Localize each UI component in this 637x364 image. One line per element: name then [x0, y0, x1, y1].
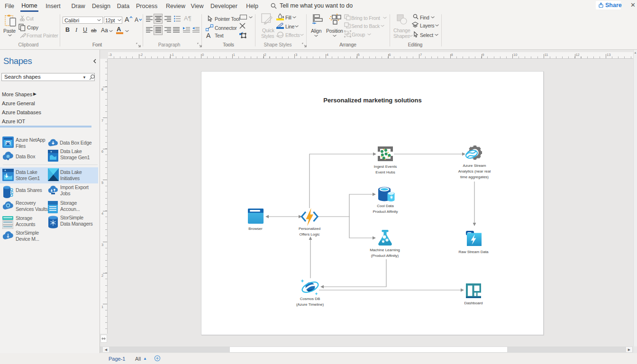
svg-text:Personalized: Personalized [299, 227, 320, 231]
svg-text:Product Affinity: Product Affinity [373, 209, 398, 214]
svg-text:Personalized marketing solutio: Personalized marketing solutions [323, 97, 421, 104]
svg-text:Offers Logic: Offers Logic [300, 232, 320, 237]
svg-text:Cosmos DB: Cosmos DB [300, 297, 320, 301]
svg-text:Dashboard: Dashboard [464, 301, 482, 305]
svg-text:Ingest Events: Ingest Events [374, 164, 397, 169]
svg-text:(Azure Timeline): (Azure Timeline) [296, 302, 324, 307]
svg-text:time aggregates): time aggregates) [460, 175, 489, 179]
svg-text:Azure Stream: Azure Stream [463, 164, 486, 168]
svg-text:(Product Affinity): (Product Affinity) [371, 254, 399, 258]
svg-text:Browser: Browser [248, 227, 263, 231]
svg-text:Analytics (near real: Analytics (near real [458, 169, 491, 173]
svg-text:Event Hubs: Event Hubs [375, 170, 395, 174]
svg-text:Cool Data: Cool Data [377, 204, 394, 208]
svg-text:Machine Learning: Machine Learning [370, 248, 400, 252]
svg-text:Raw Stream Data: Raw Stream Data [458, 250, 489, 254]
